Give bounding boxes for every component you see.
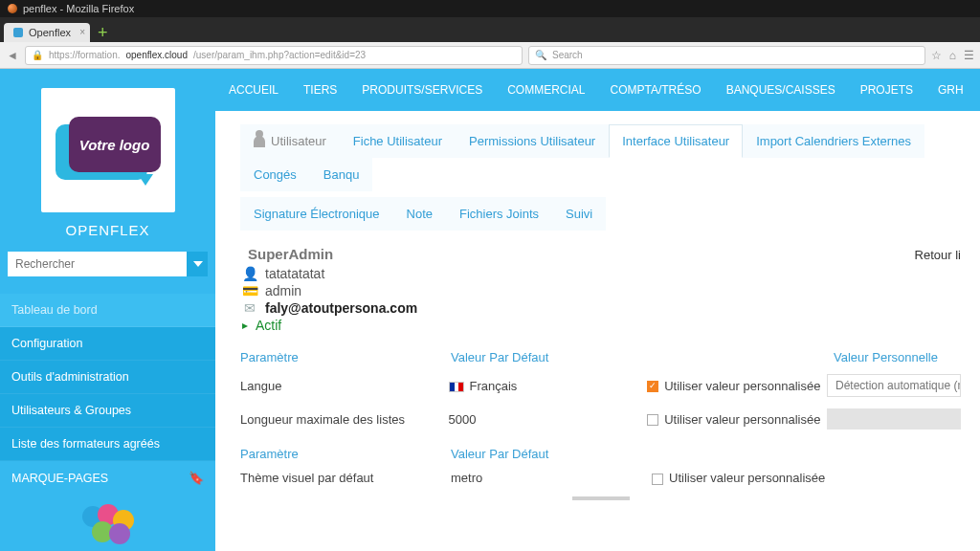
subtab-note[interactable]: Note: [393, 197, 446, 231]
person-icon: 👤: [242, 266, 257, 281]
nav-compta[interactable]: COMPTA/TRÉSO: [611, 83, 702, 97]
close-icon[interactable]: ×: [79, 27, 85, 37]
tab-favicon: [13, 28, 23, 37]
sidebar-search-input[interactable]: [8, 252, 187, 276]
subtab-utilisateur[interactable]: Utilisateur: [240, 124, 340, 158]
subtab-fiche[interactable]: Fiche Utilisateur: [340, 124, 456, 158]
sidebar: Votre logo OPENFLEX Tableau de bord Conf…: [0, 69, 215, 551]
col-param: Paramètre: [240, 447, 451, 461]
top-nav: ACCUEIL TIERS PRODUITS/SERVICES COMMERCI…: [215, 69, 980, 111]
brand-name: OPENFLEX: [0, 222, 215, 238]
url-prefix: https://formation.: [49, 50, 120, 60]
user-email: faly@atoutpersona.com: [265, 300, 417, 316]
subtab-import-cal[interactable]: Import Calendriers Externes: [743, 124, 924, 158]
use-personal-checkbox[interactable]: [647, 414, 658, 426]
subtab-fichiers[interactable]: Fichiers Joints: [446, 197, 552, 231]
subtab-conges[interactable]: Congés: [240, 158, 310, 191]
flag-icon: ▸: [242, 319, 248, 332]
firefox-orb-icon: [8, 4, 17, 13]
personal-value-input[interactable]: [827, 408, 961, 430]
search-icon: 🔍: [535, 50, 546, 60]
menu-icon[interactable]: ☰: [964, 49, 974, 62]
logo-card: Votre logo: [41, 88, 175, 212]
subtab-label: Utilisateur: [271, 134, 326, 148]
default-value: Français: [470, 379, 518, 393]
use-personal-label: Utiliser valeur personnalisée: [669, 471, 825, 485]
use-personal-checkbox[interactable]: [652, 474, 663, 485]
sidebar-item-label: Tableau de bord: [11, 303, 98, 317]
sidebar-item-admin-tools[interactable]: Outils d'administration: [0, 361, 215, 394]
mail-icon: ✉: [242, 300, 257, 316]
default-value: metro: [451, 471, 652, 485]
main-area: ACCUEIL TIERS PRODUITS/SERVICES COMMERCI…: [215, 69, 980, 551]
table1-header: Paramètre Valeur Par Défaut Valeur Perso…: [240, 350, 961, 364]
default-value: 5000: [449, 412, 648, 427]
table-row: Thème visuel par défaut metro Utiliser v…: [240, 471, 961, 485]
back-link[interactable]: Retour li: [915, 248, 961, 262]
table-row: Langue Français Utiliser valeur personna…: [240, 374, 961, 397]
star-icon[interactable]: ☆: [931, 49, 942, 62]
use-personal-label: Utiliser valeur personnalisée: [664, 412, 820, 427]
card-icon: 💳: [242, 283, 257, 298]
nav-projets[interactable]: PROJETS: [860, 83, 913, 97]
subtab-signature[interactable]: Signature Électronique: [240, 197, 393, 231]
browser-tab-strip: Openflex × +: [0, 17, 980, 42]
divider: [572, 496, 630, 500]
user-login: admin: [265, 283, 301, 298]
nav-produits[interactable]: PRODUITS/SERVICES: [362, 83, 482, 97]
nav-grh[interactable]: GRH: [938, 83, 964, 97]
subtab-banque[interactable]: Banqu: [310, 158, 373, 191]
sidebar-item-label: Configuration: [11, 337, 82, 350]
browser-tab[interactable]: Openflex ×: [4, 23, 90, 42]
table2-header: Paramètre Valeur Par Défaut: [240, 447, 961, 461]
new-tab-button[interactable]: +: [90, 23, 116, 42]
table-row: Longueur maximale des listes 5000 Utilis…: [240, 408, 961, 430]
person-icon: [254, 136, 265, 147]
col-default: Valeur Par Défaut: [451, 350, 652, 364]
home-icon[interactable]: ⌂: [949, 49, 956, 62]
back-icon[interactable]: ◄: [6, 49, 19, 62]
sidebar-item-bookmarks[interactable]: MARQUE-PAGES 🔖: [0, 461, 215, 495]
subtabs-row-2: Signature Électronique Note Fichiers Joi…: [240, 197, 961, 231]
sidebar-item-configuration[interactable]: Configuration: [0, 327, 215, 361]
sidebar-search-dropdown[interactable]: [187, 252, 208, 276]
os-window-title: penflex - Mozilla Firefox: [23, 3, 134, 14]
subtab-interface[interactable]: Interface Utilisateur: [609, 124, 743, 158]
browser-toolbar: ◄ 🔒 https://formation.openflex.cloud/use…: [0, 42, 980, 69]
col-personal: Valeur Personnelle: [834, 350, 961, 364]
use-personal-checkbox[interactable]: [647, 381, 658, 392]
param-label: Thème visuel par défaut: [240, 471, 451, 485]
subtab-suivi[interactable]: Suivi: [552, 197, 606, 231]
tab-label: Openflex: [29, 27, 71, 38]
param-label: Longueur maximale des listes: [240, 412, 449, 427]
user-name: tatatatatat: [265, 266, 324, 281]
os-titlebar: penflex - Mozilla Firefox: [0, 0, 980, 17]
nav-accueil[interactable]: ACCUEIL: [229, 83, 278, 97]
search-placeholder: Search: [552, 50, 583, 60]
browser-search[interactable]: 🔍 Search: [528, 46, 925, 65]
use-personal-label: Utiliser valeur personnalisée: [664, 379, 820, 393]
lock-icon: 🔒: [32, 50, 43, 60]
url-bar[interactable]: 🔒 https://formation.openflex.cloud/user/…: [25, 46, 523, 65]
user-status: Actif: [256, 318, 281, 333]
sidebar-item-trainers[interactable]: Liste des formateurs agréés: [0, 428, 215, 461]
personal-value-select[interactable]: Détection automatique (navi.: [827, 374, 961, 397]
user-summary: SuperAdmin 👤tatatatatat 💳admin ✉faly@ato…: [242, 246, 961, 333]
url-path: /user/param_ihm.php?action=edit&id=23: [193, 50, 366, 60]
user-title: SuperAdmin: [248, 246, 961, 262]
logo-text: Votre logo: [79, 137, 150, 153]
nav-commercial[interactable]: COMMERCIAL: [507, 83, 585, 97]
sidebar-item-label: Utilisateurs & Groupes: [11, 404, 131, 417]
nav-tiers[interactable]: TIERS: [303, 83, 337, 97]
sidebar-item-label: MARQUE-PAGES: [11, 472, 108, 485]
nav-banques[interactable]: BANQUES/CAISSES: [726, 83, 835, 97]
sidebar-item-users-groups[interactable]: Utilisateurs & Groupes: [0, 394, 215, 428]
col-default: Valeur Par Défaut: [451, 447, 652, 461]
sidebar-item-dashboard[interactable]: Tableau de bord: [0, 294, 215, 327]
flag-fr-icon: [449, 382, 464, 392]
sidebar-item-label: Outils d'administration: [11, 370, 129, 384]
col-param: Paramètre: [240, 350, 451, 364]
subtabs-row-1: Utilisateur Fiche Utilisateur Permission…: [240, 124, 961, 191]
bookmark-icon: 🔖: [189, 471, 204, 485]
subtab-permissions[interactable]: Permissions Utilisateur: [456, 124, 609, 158]
